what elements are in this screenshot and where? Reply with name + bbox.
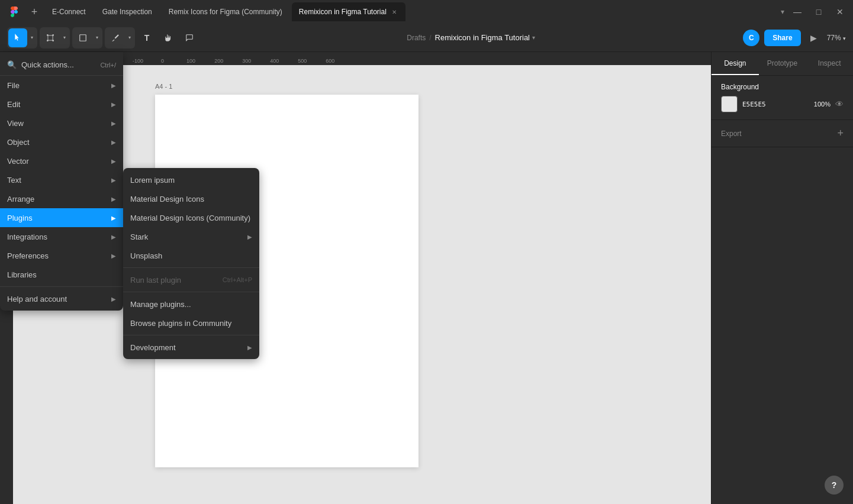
menu-item-edit[interactable]: Edit ▶ bbox=[0, 95, 123, 114]
tab-remixicon-tutorial[interactable]: Remixicon in Figma Tutorial ✕ bbox=[292, 2, 405, 21]
background-color-swatch[interactable] bbox=[721, 96, 738, 112]
menu-item-object[interactable]: Object ▶ bbox=[0, 133, 123, 151]
menu-item-preferences[interactable]: Preferences ▶ bbox=[0, 246, 123, 265]
export-label: Export bbox=[721, 130, 742, 138]
tab-remix-icons[interactable]: Remix Icons for Figma (Community) bbox=[162, 2, 289, 21]
zoom-control[interactable]: 77% ▾ bbox=[827, 34, 846, 42]
primary-menu: 🔍 Quick actions... Ctrl+/ File ▶ Edit ▶ … bbox=[0, 52, 123, 311]
right-panel: Design Prototype Inspect Background E5E5… bbox=[711, 52, 853, 504]
export-section: Export + bbox=[712, 120, 853, 147]
menu-item-help-account[interactable]: Help and account ▶ bbox=[0, 289, 123, 308]
arrow-icon: ▶ bbox=[111, 196, 116, 202]
arrow-icon: ▶ bbox=[111, 120, 116, 127]
shape-tool-group: ▾ bbox=[72, 27, 102, 49]
shape-tool-button[interactable] bbox=[73, 28, 92, 47]
frame-tool-chevron[interactable]: ▾ bbox=[60, 28, 69, 47]
menu-item-text[interactable]: Text ▶ bbox=[0, 170, 123, 189]
tabs-chevron-icon[interactable]: ▾ bbox=[781, 8, 784, 16]
menu-item-plugins[interactable]: Plugins ▶ bbox=[0, 208, 123, 227]
help-button[interactable]: ? bbox=[825, 476, 844, 495]
arrow-icon: ▶ bbox=[111, 101, 116, 108]
titlebar: + E-Connect Gate Inspection Remix Icons … bbox=[0, 0, 853, 24]
run-last-plugin: Run last plugin Ctrl+Alt+P bbox=[123, 270, 259, 289]
menu-item-vector[interactable]: Vector ▶ bbox=[0, 151, 123, 170]
frame-tool-button[interactable] bbox=[41, 28, 60, 47]
arrow-icon: ▶ bbox=[111, 253, 116, 259]
breadcrumb-parent[interactable]: Drafts bbox=[407, 34, 426, 42]
tab-prototype[interactable]: Prototype bbox=[759, 52, 806, 75]
menu-item-file[interactable]: File ▶ bbox=[0, 76, 123, 95]
arrow-icon: ▶ bbox=[111, 158, 116, 164]
tab-design[interactable]: Design bbox=[712, 52, 759, 75]
maximize-button[interactable]: □ bbox=[810, 4, 827, 20]
run-last-shortcut: Ctrl+Alt+P bbox=[223, 276, 252, 283]
background-opacity[interactable]: 100% bbox=[814, 101, 831, 108]
plugin-unsplash[interactable]: Unsplash bbox=[123, 246, 259, 265]
breadcrumb-current[interactable]: Remixicon in Figma Tutorial ▾ bbox=[435, 33, 535, 42]
pen-tool-group: ▾ bbox=[105, 27, 135, 49]
frame-label: A4 - 1 bbox=[155, 83, 172, 90]
quick-search-shortcut: Ctrl+/ bbox=[100, 62, 116, 69]
pen-tool-chevron[interactable]: ▾ bbox=[125, 28, 134, 47]
move-tool-button[interactable] bbox=[8, 28, 27, 47]
manage-plugins[interactable]: Manage plugins... bbox=[123, 295, 259, 314]
plugin-development[interactable]: Development ▶ bbox=[123, 338, 259, 357]
pen-tool-button[interactable] bbox=[106, 28, 125, 47]
shape-tool-chevron[interactable]: ▾ bbox=[93, 28, 101, 47]
tab-e-connect[interactable]: E-Connect bbox=[45, 2, 93, 21]
background-title: Background bbox=[721, 83, 844, 91]
toolbar: ▾ ▾ ▾ ▾ T Drafts / Remixicon in Figma Tu… bbox=[0, 24, 853, 52]
close-button[interactable]: ✕ bbox=[832, 4, 848, 20]
share-button[interactable]: Share bbox=[764, 30, 800, 46]
menu-item-integrations[interactable]: Integrations ▶ bbox=[0, 227, 123, 246]
new-tab-button[interactable]: + bbox=[26, 4, 43, 20]
quick-search-label: Quick actions... bbox=[21, 60, 95, 69]
menu-divider bbox=[0, 286, 123, 287]
plugin-material-design-community[interactable]: Material Design Icons (Community) bbox=[123, 208, 259, 227]
arrow-icon: ▶ bbox=[111, 296, 116, 302]
svg-rect-5 bbox=[80, 34, 86, 41]
toolbar-center: Drafts / Remixicon in Figma Tutorial ▾ bbox=[201, 33, 741, 42]
plugin-stark[interactable]: Stark ▶ bbox=[123, 227, 259, 246]
hand-tool-button[interactable] bbox=[159, 28, 178, 47]
tab-close-icon[interactable]: ✕ bbox=[390, 8, 398, 16]
minimize-button[interactable]: — bbox=[789, 4, 806, 20]
plugins-divider-1 bbox=[123, 267, 259, 268]
tab-gate-inspection[interactable]: Gate Inspection bbox=[95, 2, 159, 21]
comment-tool-button[interactable] bbox=[180, 28, 199, 47]
plugin-lorem-ipsum[interactable]: Lorem ipsum bbox=[123, 170, 259, 189]
search-icon: 🔍 bbox=[7, 60, 17, 69]
menu-overlay: 🔍 Quick actions... Ctrl+/ File ▶ Edit ▶ … bbox=[0, 52, 123, 311]
menu-item-libraries[interactable]: Libraries bbox=[0, 265, 123, 284]
text-tool-button[interactable]: T bbox=[137, 28, 156, 47]
plugin-material-design-icons[interactable]: Material Design Icons bbox=[123, 189, 259, 208]
export-add-button[interactable]: + bbox=[837, 127, 844, 140]
arrow-icon: ▶ bbox=[247, 234, 252, 240]
plugins-divider-3 bbox=[123, 335, 259, 335]
background-hex-value[interactable]: E5E5E5 bbox=[742, 101, 766, 108]
arrow-icon: ▶ bbox=[111, 139, 116, 146]
arrow-icon: ▶ bbox=[111, 82, 116, 89]
background-section: Background E5E5E5 100% 👁 bbox=[712, 76, 853, 120]
arrow-icon: ▶ bbox=[247, 344, 252, 351]
background-row: E5E5E5 100% 👁 bbox=[721, 96, 844, 112]
titlebar-controls: ▾ — □ ✕ bbox=[781, 4, 848, 20]
avatar[interactable]: C bbox=[743, 30, 759, 46]
svg-rect-4 bbox=[48, 35, 53, 40]
browse-plugins-community[interactable]: Browse plugins in Community bbox=[123, 314, 259, 332]
toolbar-right: C Share ▶ 77% ▾ bbox=[743, 30, 846, 46]
panel-tabs: Design Prototype Inspect bbox=[712, 52, 853, 76]
move-tool-chevron[interactable]: ▾ bbox=[28, 28, 36, 47]
arrow-icon: ▶ bbox=[111, 215, 116, 221]
home-button[interactable] bbox=[5, 2, 24, 21]
play-button[interactable]: ▶ bbox=[806, 30, 822, 46]
menu-item-arrange[interactable]: Arrange ▶ bbox=[0, 189, 123, 208]
frame-tool-group: ▾ bbox=[40, 27, 70, 49]
breadcrumb-separator: / bbox=[429, 34, 431, 42]
tab-inspect[interactable]: Inspect bbox=[806, 52, 853, 75]
arrow-icon: ▶ bbox=[111, 177, 116, 183]
background-visibility-toggle[interactable]: 👁 bbox=[835, 99, 844, 109]
menu-item-view[interactable]: View ▶ bbox=[0, 114, 123, 133]
figma-icon bbox=[9, 7, 20, 17]
quick-search-row[interactable]: 🔍 Quick actions... Ctrl+/ bbox=[0, 54, 123, 76]
